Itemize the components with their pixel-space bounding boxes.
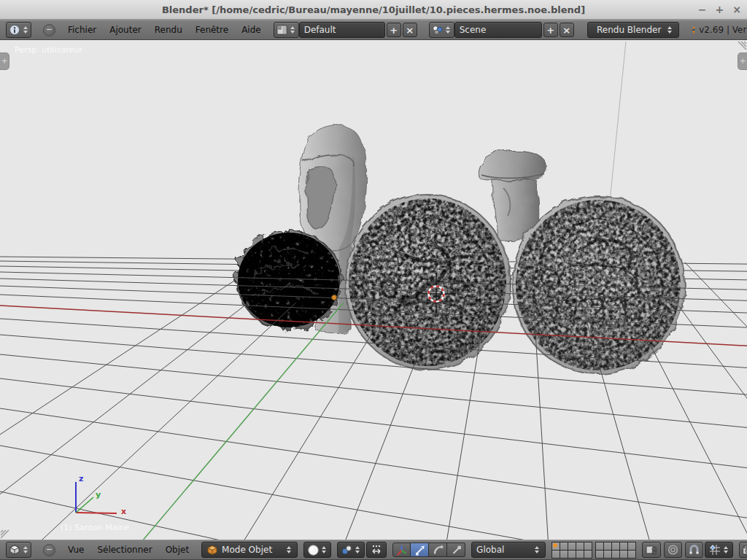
pivot-stepper <box>353 543 361 556</box>
menu-fenetre[interactable]: Fenêtre <box>189 25 235 35</box>
layer-cell[interactable] <box>604 551 611 558</box>
properties-expand-tab[interactable]: + <box>738 52 747 70</box>
delete-screen-layout-button[interactable]: × <box>403 23 417 37</box>
layer-cell[interactable] <box>612 542 619 550</box>
window-title: Blender* [/home/cedric/Bureau/mayenne/10… <box>162 4 585 15</box>
proportional-edit-icon <box>667 544 679 556</box>
menu-ajouter[interactable]: Ajouter <box>103 25 148 35</box>
blender-window: Blender* [/home/cedric/Bureau/mayenne/10… <box>0 0 747 560</box>
axis-y-label: y <box>96 490 101 499</box>
scene-lock-button[interactable] <box>642 542 661 558</box>
translate-arrow-icon <box>414 544 426 556</box>
info-header: − Fichier Ajouter Rendu Fenêtre Aide Def… <box>0 20 747 40</box>
menu-vue[interactable]: Vue <box>61 545 90 555</box>
layer-cell[interactable] <box>568 551 576 558</box>
layer-cell[interactable] <box>576 551 584 558</box>
menu-aide[interactable]: Aide <box>235 25 268 35</box>
rotate-arc-icon <box>432 544 444 556</box>
scene-statistics: v2.69 | Verts:135202 | Faces:27 <box>699 25 747 35</box>
minimize-button[interactable]: − <box>698 0 707 19</box>
title-bar: Blender* [/home/cedric/Bureau/mayenne/10… <box>0 0 747 20</box>
close-button[interactable]: × <box>732 0 741 19</box>
orientation-stepper <box>533 543 541 556</box>
pivot-point-icon <box>341 544 353 556</box>
collapse-menus-button[interactable]: − <box>43 24 55 36</box>
scale-manipulator-button[interactable] <box>447 542 465 557</box>
layer-cell[interactable] <box>560 551 568 558</box>
pivot-point-select[interactable] <box>337 542 365 558</box>
snap-increment-icon <box>708 544 721 556</box>
menu-rendu[interactable]: Rendu <box>148 25 189 35</box>
3d-view-editor-icon <box>8 544 21 556</box>
layer-cell[interactable] <box>568 542 576 550</box>
editor-type-stepper[interactable] <box>21 23 29 36</box>
scene-stepper[interactable] <box>444 23 452 36</box>
snap-toggle-button[interactable] <box>685 542 703 558</box>
maximize-button[interactable]: + <box>716 0 724 19</box>
add-screen-layout-button[interactable]: + <box>387 23 401 37</box>
snap-element-stepper <box>721 543 729 556</box>
layer-cell[interactable] <box>552 551 560 558</box>
viewport-header: − Vue Sélectionner Objet Mode Objet <box>0 540 747 560</box>
tool-shelf-expand-tab[interactable]: + <box>0 52 9 70</box>
scene-icon <box>431 24 444 36</box>
scale-arrow-icon <box>450 544 462 556</box>
axis-x-label: x <box>121 507 126 516</box>
screen-layout-icon <box>276 24 289 36</box>
delete-scene-button[interactable]: × <box>560 23 574 37</box>
opengl-render-button[interactable] <box>739 542 747 558</box>
layers-group-2 <box>595 542 636 559</box>
manipulate-centers-button[interactable] <box>366 542 387 558</box>
mode-stepper <box>285 543 293 556</box>
axis-z-label: z <box>79 474 83 483</box>
layer-cell[interactable] <box>576 542 584 550</box>
layer-cell[interactable] <box>552 542 560 550</box>
screen-layout-name-field[interactable]: Default <box>299 22 385 38</box>
layer-cell[interactable] <box>604 542 611 550</box>
magnet-icon <box>688 544 700 556</box>
manipulator-axes-toggle[interactable] <box>392 542 411 557</box>
view-name-label: Persp. utilisateur <box>15 45 82 55</box>
editor-type-button-3dview[interactable] <box>6 542 31 558</box>
layer-cell[interactable] <box>596 542 603 550</box>
viewport-shading-select[interactable] <box>303 542 331 558</box>
transform-orientation-select[interactable]: Global <box>471 542 546 558</box>
layer-cell[interactable] <box>584 542 592 550</box>
screen-layout-browse-button[interactable] <box>274 22 299 38</box>
scene-browse-button[interactable] <box>429 22 454 38</box>
layer-cell[interactable] <box>596 551 603 558</box>
layer-cell[interactable] <box>620 551 627 558</box>
menu-objet[interactable]: Objet <box>159 545 196 555</box>
layer-cell[interactable] <box>612 551 619 558</box>
menu-fichier[interactable]: Fichier <box>61 25 103 35</box>
editor-type-button[interactable] <box>6 22 31 38</box>
collapse-menus-button-3dview[interactable]: − <box>43 544 55 556</box>
layers-group-1 <box>551 542 592 559</box>
object-origin-dot[interactable] <box>332 295 337 300</box>
render-engine-stepper <box>666 23 674 36</box>
layer-cell[interactable] <box>620 542 627 550</box>
menu-selectionner[interactable]: Sélectionner <box>90 545 158 555</box>
layers-widget <box>551 542 636 559</box>
transform-manipulators <box>392 542 465 557</box>
snap-element-select[interactable] <box>705 542 733 558</box>
rotate-manipulator-button[interactable] <box>429 542 447 557</box>
mode-select[interactable]: Mode Objet <box>201 542 298 558</box>
layer-cell[interactable] <box>560 542 568 550</box>
axes-tripod-icon <box>395 544 408 556</box>
layer-cell[interactable] <box>628 551 635 558</box>
render-engine-select[interactable]: Rendu Blender <box>587 22 679 38</box>
screen-layout-stepper[interactable] <box>289 23 297 36</box>
translate-manipulator-button[interactable] <box>411 542 429 557</box>
active-object-label: (1) Santon Maine <box>61 523 129 532</box>
layer-cell[interactable] <box>584 551 592 558</box>
coin-right-lion[interactable] <box>512 196 684 374</box>
camera-render-icon <box>742 544 747 556</box>
proportional-edit-button[interactable] <box>664 542 682 558</box>
add-scene-button[interactable]: + <box>543 23 558 37</box>
scene-name-field[interactable]: Scene <box>454 22 542 38</box>
z-axis-faint-line <box>610 42 626 201</box>
layer-cell[interactable] <box>628 542 635 550</box>
3d-viewport[interactable]: Persp. utilisateur (1) Santon Maine z y … <box>0 40 747 540</box>
editor-type-stepper-3dview[interactable] <box>21 543 29 556</box>
